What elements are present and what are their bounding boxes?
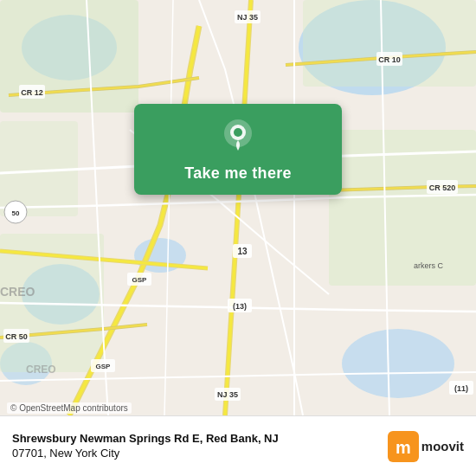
svg-text:CREO: CREO (0, 285, 35, 299)
address-block: Shrewsbury Newman Springs Rd E, Red Bank… (12, 432, 388, 461)
address-line1: Shrewsbury Newman Springs Rd E, Red Bank… (12, 432, 388, 447)
svg-text:CR 520: CR 520 (429, 183, 456, 192)
moovit-brand-text: moovit (421, 439, 464, 453)
svg-point-43 (234, 128, 242, 137)
svg-rect-8 (303, 0, 476, 87)
moovit-logo: m moovit (388, 431, 464, 462)
svg-text:NJ 35: NJ 35 (217, 390, 238, 399)
svg-text:GSP: GSP (96, 363, 112, 370)
svg-text:(13): (13) (233, 302, 247, 311)
address-line2: 07701, New York City (12, 447, 388, 461)
osm-attribution: © OpenStreetMap contributors (7, 402, 132, 414)
svg-text:(11): (11) (454, 384, 468, 393)
svg-text:CR 12: CR 12 (21, 88, 43, 97)
svg-text:CR 10: CR 10 (378, 55, 401, 64)
osm-text: © OpenStreetMap contributors (10, 403, 128, 413)
svg-text:NJ 35: NJ 35 (237, 13, 258, 22)
svg-text:CREO: CREO (26, 363, 56, 376)
moovit-icon: m (388, 431, 419, 462)
svg-text:50: 50 (12, 209, 20, 217)
svg-text:13: 13 (237, 247, 248, 256)
svg-point-4 (342, 329, 454, 398)
map-area: CR 12 CR 10 CR 520 CR 50 NJ 35 NJ 35 GSP… (0, 0, 476, 415)
bottom-bar: Shrewsbury Newman Springs Rd E, Red Bank… (0, 415, 476, 476)
cta-overlay[interactable]: Take me there (134, 104, 342, 195)
take-me-there-button[interactable]: Take me there (184, 164, 292, 183)
svg-text:m: m (396, 438, 411, 457)
svg-text:arkers C: arkers C (414, 261, 444, 270)
svg-text:CR 50: CR 50 (5, 332, 28, 341)
svg-text:GSP: GSP (132, 276, 148, 284)
location-pin-icon (219, 118, 257, 156)
